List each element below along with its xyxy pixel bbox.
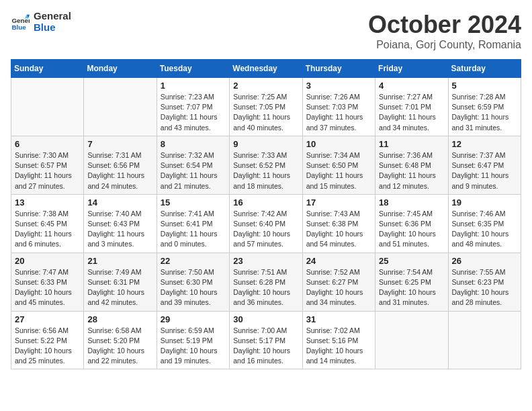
table-row: 1 Sunrise: 7:23 AMSunset: 7:07 PMDayligh…	[157, 78, 229, 136]
day-number: 1	[161, 81, 226, 91]
table-row: 13 Sunrise: 7:38 AMSunset: 6:45 PMDaylig…	[11, 194, 84, 253]
table-row: 30 Sunrise: 7:00 AMSunset: 5:17 PMDaylig…	[230, 311, 302, 369]
calendar-header-row: Sunday Monday Tuesday Wednesday Thursday…	[11, 60, 521, 78]
day-detail: Sunrise: 7:02 AMSunset: 5:16 PMDaylight:…	[306, 326, 363, 365]
day-number: 13	[15, 197, 80, 208]
table-row: 2 Sunrise: 7:25 AMSunset: 7:05 PMDayligh…	[230, 78, 302, 136]
calendar-week-row: 6 Sunrise: 7:30 AMSunset: 6:57 PMDayligh…	[11, 136, 521, 194]
col-saturday: Saturday	[448, 60, 521, 78]
day-number: 8	[161, 139, 226, 149]
location-subtitle: Poiana, Gorj County, Romania	[368, 39, 521, 51]
day-detail: Sunrise: 7:55 AMSunset: 6:23 PMDaylight:…	[452, 268, 509, 307]
table-row: 22 Sunrise: 7:50 AMSunset: 6:30 PMDaylig…	[157, 253, 229, 311]
day-number: 24	[306, 256, 371, 266]
day-number: 14	[87, 197, 152, 208]
col-tuesday: Tuesday	[157, 60, 229, 78]
day-number: 16	[233, 197, 298, 208]
day-number: 4	[379, 81, 444, 91]
day-number: 30	[233, 314, 298, 324]
day-number: 17	[306, 197, 371, 208]
day-number: 9	[233, 139, 298, 149]
table-row: 21 Sunrise: 7:49 AMSunset: 6:31 PMDaylig…	[84, 253, 157, 311]
day-number: 25	[379, 256, 444, 266]
col-wednesday: Wednesday	[230, 60, 302, 78]
day-detail: Sunrise: 7:46 AMSunset: 6:35 PMDaylight:…	[452, 210, 509, 248]
day-number: 26	[452, 256, 517, 266]
day-detail: Sunrise: 7:32 AMSunset: 6:54 PMDaylight:…	[161, 151, 218, 190]
day-number: 3	[306, 81, 371, 91]
col-monday: Monday	[84, 60, 157, 78]
day-detail: Sunrise: 7:33 AMSunset: 6:52 PMDaylight:…	[233, 151, 290, 190]
day-number: 27	[15, 314, 80, 324]
calendar-week-row: 27 Sunrise: 6:56 AMSunset: 5:22 PMDaylig…	[11, 311, 521, 369]
table-row	[84, 78, 157, 136]
day-detail: Sunrise: 7:30 AMSunset: 6:57 PMDaylight:…	[15, 151, 72, 190]
day-number: 12	[452, 139, 517, 149]
day-number: 18	[379, 197, 444, 208]
table-row: 25 Sunrise: 7:54 AMSunset: 6:25 PMDaylig…	[375, 253, 448, 311]
logo-general-text: General	[34, 11, 71, 22]
day-detail: Sunrise: 7:34 AMSunset: 6:50 PMDaylight:…	[306, 151, 363, 190]
day-detail: Sunrise: 7:45 AMSunset: 6:36 PMDaylight:…	[379, 210, 436, 248]
table-row: 28 Sunrise: 6:58 AMSunset: 5:20 PMDaylig…	[84, 311, 157, 369]
day-number: 23	[233, 256, 298, 266]
day-detail: Sunrise: 7:37 AMSunset: 6:47 PMDaylight:…	[452, 151, 509, 190]
day-number: 19	[452, 197, 517, 208]
day-number: 31	[306, 314, 371, 324]
day-number: 6	[15, 139, 80, 149]
table-row: 8 Sunrise: 7:32 AMSunset: 6:54 PMDayligh…	[157, 136, 229, 194]
table-row: 23 Sunrise: 7:51 AMSunset: 6:28 PMDaylig…	[230, 253, 302, 311]
table-row: 16 Sunrise: 7:42 AMSunset: 6:40 PMDaylig…	[230, 194, 302, 253]
table-row: 5 Sunrise: 7:28 AMSunset: 6:59 PMDayligh…	[448, 78, 521, 136]
day-number: 2	[233, 81, 298, 91]
day-detail: Sunrise: 7:00 AMSunset: 5:17 PMDaylight:…	[233, 326, 290, 365]
day-detail: Sunrise: 7:27 AMSunset: 7:01 PMDaylight:…	[379, 93, 436, 132]
day-detail: Sunrise: 7:41 AMSunset: 6:41 PMDaylight:…	[161, 210, 218, 248]
day-number: 11	[379, 139, 444, 149]
table-row: 10 Sunrise: 7:34 AMSunset: 6:50 PMDaylig…	[302, 136, 375, 194]
day-detail: Sunrise: 6:56 AMSunset: 5:22 PMDaylight:…	[15, 326, 72, 365]
title-area: October 2024 Poiana, Gorj County, Romani…	[368, 11, 521, 51]
col-sunday: Sunday	[11, 60, 84, 78]
logo-icon: General Blue	[11, 13, 30, 32]
day-number: 22	[161, 256, 226, 266]
day-number: 20	[15, 256, 80, 266]
day-number: 7	[87, 139, 152, 149]
table-row: 11 Sunrise: 7:36 AMSunset: 6:48 PMDaylig…	[375, 136, 448, 194]
table-row: 18 Sunrise: 7:45 AMSunset: 6:36 PMDaylig…	[375, 194, 448, 253]
table-row	[448, 311, 521, 369]
day-number: 21	[87, 256, 152, 266]
day-detail: Sunrise: 7:40 AMSunset: 6:43 PMDaylight:…	[87, 210, 144, 248]
table-row: 29 Sunrise: 6:59 AMSunset: 5:19 PMDaylig…	[157, 311, 229, 369]
table-row: 7 Sunrise: 7:31 AMSunset: 6:56 PMDayligh…	[84, 136, 157, 194]
table-row: 17 Sunrise: 7:43 AMSunset: 6:38 PMDaylig…	[302, 194, 375, 253]
table-row: 12 Sunrise: 7:37 AMSunset: 6:47 PMDaylig…	[448, 136, 521, 194]
logo-blue-text: Blue	[34, 22, 71, 34]
day-detail: Sunrise: 7:28 AMSunset: 6:59 PMDaylight:…	[452, 93, 509, 132]
col-thursday: Thursday	[302, 60, 375, 78]
table-row: 24 Sunrise: 7:52 AMSunset: 6:27 PMDaylig…	[302, 253, 375, 311]
table-row: 20 Sunrise: 7:47 AMSunset: 6:33 PMDaylig…	[11, 253, 84, 311]
day-detail: Sunrise: 7:51 AMSunset: 6:28 PMDaylight:…	[233, 268, 290, 307]
table-row: 14 Sunrise: 7:40 AMSunset: 6:43 PMDaylig…	[84, 194, 157, 253]
table-row: 4 Sunrise: 7:27 AMSunset: 7:01 PMDayligh…	[375, 78, 448, 136]
day-detail: Sunrise: 7:25 AMSunset: 7:05 PMDaylight:…	[233, 93, 290, 132]
day-detail: Sunrise: 7:38 AMSunset: 6:45 PMDaylight:…	[15, 210, 72, 248]
calendar-week-row: 13 Sunrise: 7:38 AMSunset: 6:45 PMDaylig…	[11, 194, 521, 253]
day-number: 5	[452, 81, 517, 91]
table-row: 9 Sunrise: 7:33 AMSunset: 6:52 PMDayligh…	[230, 136, 302, 194]
table-row	[375, 311, 448, 369]
day-detail: Sunrise: 6:59 AMSunset: 5:19 PMDaylight:…	[161, 326, 218, 365]
month-title: October 2024	[368, 11, 521, 39]
day-detail: Sunrise: 6:58 AMSunset: 5:20 PMDaylight:…	[87, 326, 144, 365]
table-row: 19 Sunrise: 7:46 AMSunset: 6:35 PMDaylig…	[448, 194, 521, 253]
day-detail: Sunrise: 7:42 AMSunset: 6:40 PMDaylight:…	[233, 210, 290, 248]
table-row: 26 Sunrise: 7:55 AMSunset: 6:23 PMDaylig…	[448, 253, 521, 311]
page-header: General Blue General Blue October 2024 P…	[11, 11, 521, 51]
table-row: 3 Sunrise: 7:26 AMSunset: 7:03 PMDayligh…	[302, 78, 375, 136]
day-detail: Sunrise: 7:54 AMSunset: 6:25 PMDaylight:…	[379, 268, 436, 307]
table-row: 27 Sunrise: 6:56 AMSunset: 5:22 PMDaylig…	[11, 311, 84, 369]
table-row	[11, 78, 84, 136]
day-detail: Sunrise: 7:52 AMSunset: 6:27 PMDaylight:…	[306, 268, 363, 307]
day-number: 28	[87, 314, 152, 324]
